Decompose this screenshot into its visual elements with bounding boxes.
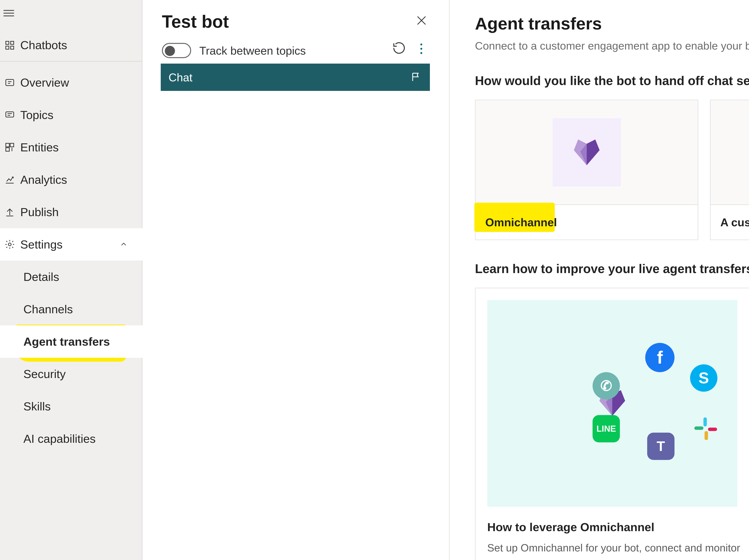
- svg-rect-1: [11, 41, 14, 44]
- customer-service-heart-logo: [553, 118, 621, 187]
- page-subtitle: Connect to a customer engagement app to …: [475, 39, 749, 52]
- sidebar-item-label: Publish: [20, 206, 59, 219]
- sidebar-item-label: Entities: [20, 141, 59, 154]
- testbot-title: Test bot: [162, 12, 229, 32]
- custom-card[interactable]: A cus: [710, 100, 749, 240]
- chat-header-label: Chat: [169, 71, 193, 84]
- sidebar-item-label: Topics: [20, 108, 53, 122]
- learn-heading: Learn how to improve your live agent tra…: [475, 262, 749, 276]
- sidebar-item-label: Overview: [20, 76, 69, 89]
- learn-card-desc: Set up Omnichannel for your bot, connect…: [487, 542, 737, 554]
- sidebar-sub-label: AI capabilities: [23, 432, 95, 446]
- sidebar-sub-label: Channels: [23, 303, 73, 316]
- close-button[interactable]: [413, 12, 430, 29]
- svg-rect-17: [694, 426, 704, 430]
- omnichannel-card[interactable]: Omnichannel: [475, 100, 698, 240]
- svg-point-9: [8, 243, 11, 246]
- sidebar-sub-security[interactable]: Security: [0, 358, 143, 390]
- sidebar-sub-agent-transfers[interactable]: Agent transfers: [0, 325, 143, 358]
- sidebar-sub-label: Details: [23, 270, 59, 284]
- sidebar-chatbots-label: Chatbots: [20, 38, 67, 52]
- chevron-up-icon: [120, 238, 128, 251]
- learn-card[interactable]: f S ✆ LINE T How to leverage Omnichannel…: [475, 288, 749, 560]
- svg-rect-2: [6, 46, 9, 49]
- more-menu-button[interactable]: [415, 41, 427, 57]
- learn-card-title: How to leverage Omnichannel: [487, 520, 737, 534]
- svg-rect-16: [703, 417, 707, 427]
- card-footer: A cus: [711, 204, 749, 239]
- sidebar-sub-label: Skills: [23, 400, 51, 413]
- sidebar-item-label: Analytics: [20, 173, 67, 187]
- teams-icon: T: [647, 433, 675, 460]
- flag-icon[interactable]: [410, 71, 422, 83]
- svg-rect-3: [11, 46, 14, 49]
- sidebar-sub-details[interactable]: Details: [0, 261, 143, 293]
- sidebar-sub-skills[interactable]: Skills: [0, 390, 143, 423]
- gear-icon: [2, 239, 18, 250]
- testbot-panel: Test bot Track between topics Chat: [143, 0, 450, 560]
- svg-rect-18: [705, 431, 708, 440]
- publish-icon: [2, 207, 18, 217]
- entities-icon: [2, 142, 18, 153]
- sidebar-item-entities[interactable]: Entities: [0, 131, 143, 164]
- card-label: A cus: [720, 216, 749, 229]
- svg-rect-5: [6, 112, 14, 117]
- svg-rect-7: [10, 143, 14, 147]
- sidebar-item-overview[interactable]: Overview: [0, 66, 143, 99]
- svg-rect-8: [6, 148, 9, 151]
- reload-button[interactable]: [392, 41, 408, 57]
- slack-icon: [692, 415, 719, 443]
- handoff-card-row: Omnichannel A cus: [475, 100, 749, 240]
- handoff-heading: How would you like the bot to hand off c…: [475, 73, 749, 88]
- sidebar-item-publish[interactable]: Publish: [0, 196, 143, 228]
- sidebar-item-settings[interactable]: Settings: [0, 228, 143, 261]
- svg-rect-6: [6, 143, 9, 147]
- page-title: Agent transfers: [475, 14, 749, 34]
- chat-header: Chat: [161, 64, 430, 91]
- sidebar-item-analytics[interactable]: Analytics: [0, 164, 143, 196]
- sidebar-sub-ai-capabilities[interactable]: AI capabilities: [0, 423, 143, 455]
- learn-card-illustration: f S ✆ LINE T: [487, 300, 737, 507]
- svg-rect-4: [6, 79, 14, 86]
- card-footer: Omnichannel: [475, 204, 698, 239]
- content-panel: Agent transfers Connect to a customer en…: [450, 0, 749, 560]
- svg-rect-0: [6, 41, 9, 44]
- sidebar-sub-channels[interactable]: Channels: [0, 293, 143, 325]
- sidebar: Chatbots Overview Topics Entities: [0, 0, 143, 560]
- topics-icon: [2, 110, 18, 120]
- facebook-icon: f: [645, 343, 675, 372]
- track-between-topics-row: Track between topics: [162, 40, 306, 61]
- card-label: Omnichannel: [485, 216, 557, 229]
- phone-icon: ✆: [593, 372, 620, 400]
- line-icon: LINE: [593, 415, 620, 443]
- svg-marker-10: [587, 139, 600, 165]
- overview-icon: [2, 77, 18, 88]
- skype-icon: S: [690, 364, 718, 392]
- hamburger-icon[interactable]: [3, 8, 14, 18]
- track-toggle[interactable]: [162, 43, 191, 58]
- sidebar-item-label: Settings: [20, 238, 63, 251]
- sidebar-chatbots[interactable]: Chatbots: [0, 29, 143, 62]
- sidebar-sub-label: Agent transfers: [23, 335, 110, 348]
- analytics-icon: [2, 174, 18, 185]
- svg-rect-19: [708, 428, 717, 431]
- grid-icon: [2, 40, 18, 50]
- card-image: [475, 100, 698, 204]
- sidebar-item-topics[interactable]: Topics: [0, 99, 143, 131]
- sidebar-sub-label: Security: [23, 367, 66, 381]
- track-toggle-label: Track between topics: [199, 44, 306, 57]
